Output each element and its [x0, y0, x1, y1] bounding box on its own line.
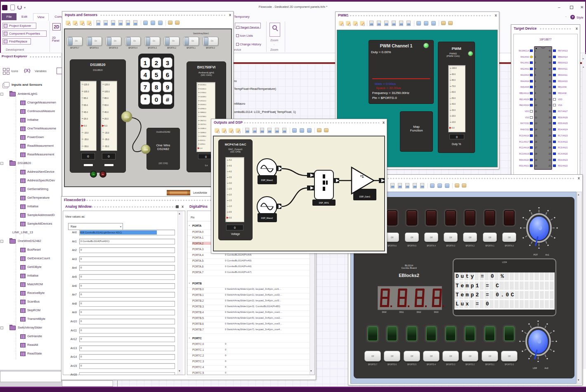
- svg-text:*1: *1: [360, 174, 364, 178]
- svg-text:1Wire: 1Wire: [143, 149, 148, 151]
- svg-text:DSP_Gain1: DSP_Gain1: [359, 195, 371, 198]
- svg-text:DSP_Wave2: DSP_Wave2: [261, 217, 273, 219]
- svg-text:DSP_MIX1: DSP_MIX1: [319, 202, 329, 204]
- svg-text:2Wire: 2Wire: [124, 116, 129, 118]
- svg-text:DSP_Wave1: DSP_Wave1: [261, 179, 273, 181]
